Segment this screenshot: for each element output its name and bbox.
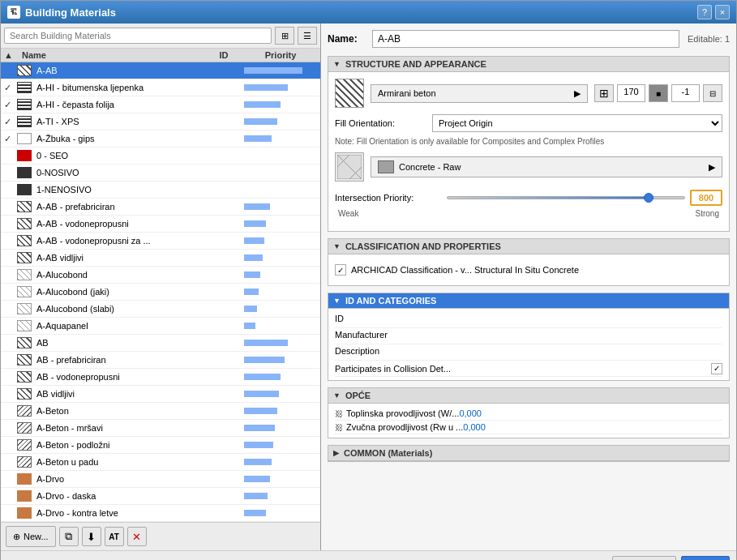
main-content: ⊞ ☰ ▲ Name ID Priority A-AB [1,24,736,550]
link-icon-sound: ⛓ [335,423,343,432]
item-name: A-Alucobond (jaki) [36,287,204,297]
texture-number-2[interactable]: -1 [671,84,700,102]
list-item[interactable]: A-AB [1,62,320,79]
opce-collapse-icon: ▼ [333,391,341,400]
help-button[interactable]: ? [697,5,712,19]
editable-label: Editable: 1 [688,34,730,44]
layer-arrow: ▶ [574,88,581,99]
check-icon: ✓ [4,83,17,93]
material-icon [17,455,35,468]
name-input[interactable] [372,30,679,48]
priority-bar [244,118,317,125]
delete-button[interactable]: ✕ [127,527,147,546]
common-section: ▶ COMMON (Materials) [328,445,730,462]
material-icon [17,489,35,502]
slider-labels: Weak Strong [335,209,722,218]
list-item[interactable]: A-Aquapanel [1,318,320,335]
list-view-button[interactable]: ☰ [298,27,317,45]
list-item[interactable]: A-Beton [1,403,320,420]
priority-bar [244,323,317,329]
list-item[interactable]: A-AB - vodonepropusni [1,216,320,233]
list-item[interactable]: A-Beton - mršavi [1,420,320,437]
concrete-icon [335,152,364,182]
import-button[interactable]: ⬇ [82,527,101,546]
list-item[interactable]: A-Drvo - kontra letve [1,505,320,522]
priority-bar [244,84,317,91]
list-item[interactable]: ✓ A-TI - XPS [1,113,320,130]
list-item[interactable]: AB vidljivi [1,386,320,403]
common-section-header[interactable]: ▶ COMMON (Materials) [328,446,729,461]
close-button[interactable]: × [715,5,730,19]
list-item[interactable]: ✓ A-HI - bitumenska ljepenka [1,79,320,96]
priority-bar [244,101,317,108]
layer-button[interactable]: Armirani beton ▶ [371,84,588,103]
new-button[interactable]: ⊕ New... [6,526,56,547]
list-item[interactable]: A-Alucobond [1,267,320,284]
texture-number-1[interactable]: 170 [617,84,645,102]
material-icon [17,251,35,264]
cancel-button[interactable]: Cancel [612,556,676,560]
strong-label: Strong [696,209,719,218]
slider-value[interactable]: 800 [690,190,722,206]
ok-button[interactable]: OK [681,556,730,560]
priority-slider[interactable] [447,196,685,199]
classification-content: ✓ ARCHICAD Classification - v... Structu… [328,254,729,285]
material-icon [17,115,35,128]
classif-checkbox[interactable]: ✓ [335,264,346,276]
list-item[interactable]: AB - prefabriciran [1,352,320,369]
list-item[interactable]: A-Drvo - daska [1,488,320,505]
list-item[interactable]: A-Beton u padu [1,454,320,471]
priority-bar [244,152,317,159]
list-item[interactable]: A-AB vidljivi [1,250,320,267]
collision-checkbox[interactable]: ✓ [711,363,722,374]
list-item[interactable]: A-Drvo [1,471,320,488]
texture-solid-icon[interactable]: ■ [649,84,668,102]
list-item[interactable]: ✓ A-HI - čepasta folija [1,96,320,113]
classif-text: ARCHICAD Classification - v... Structura… [351,265,579,275]
list-item[interactable]: A-AB - vodonepropusni za ... [1,233,320,250]
structure-collapse-icon: ▼ [333,60,341,68]
classification-section-header[interactable]: ▼ CLASSIFICATION AND PROPERTIES [328,239,729,254]
grid-view-button[interactable]: ⊞ [275,27,294,45]
list-item[interactable]: 1-NENOSIVO [1,182,320,199]
item-name: AB [36,338,204,348]
item-name: A-Alucobond [36,270,204,280]
priority-bar [244,254,317,261]
id-categories-header[interactable]: ▼ ID AND CATEGORIES [328,293,729,309]
list-item[interactable]: A-Beton - podložni [1,437,320,454]
fill-orientation-select[interactable]: Project Origin [432,114,722,132]
material-icon [17,98,35,111]
material-icon [17,370,35,383]
opce-content: ⛓ Toplinska provodljivost (W/... 0,000 ⛓… [328,404,729,438]
opce-header[interactable]: ▼ OPĆE [328,388,729,404]
layer-row: Armirani beton ▶ ⊞ 170 ■ -1 ⊟ [335,79,722,108]
material-icon [17,64,35,77]
bottom-toolbar: ⊕ New... ⧉ ⬇ AT ✕ [1,522,320,550]
note-text: Note: Fill Orientation is only available… [335,137,722,146]
opce-title: OPĆE [345,391,371,400]
sort-arrow: ▲ [4,50,22,60]
list-item[interactable]: ✓ A-Žbuka - gips [1,130,320,147]
priority-bar [244,237,317,244]
rename-button[interactable]: AT [105,527,124,546]
texture-pattern-icon[interactable]: ⊞ [594,84,614,102]
list-item[interactable]: 0 - SEO [1,147,320,165]
material-icon [17,183,35,196]
list-item[interactable]: A-Alucobond (slabi) [1,301,320,318]
duplicate-button[interactable]: ⧉ [59,527,79,546]
list-item[interactable]: 0-NOSIVO [1,165,320,182]
list-item[interactable]: AB [1,335,320,352]
list-item[interactable]: A-Alucobond (jaki) [1,284,320,301]
fill-orientation-row: Fill Orientation: Project Origin [335,114,722,132]
id-categories-title: ID AND CATEGORIES [345,296,436,306]
common-title: COMMON (Materials) [344,448,432,458]
texture-display-icon[interactable]: ⊟ [703,84,722,102]
classif-row: ✓ ARCHICAD Classification - v... Structu… [335,261,722,279]
structure-section-header[interactable]: ▼ STRUCTURE AND APPEARANCE [328,57,729,72]
search-input[interactable] [4,28,272,44]
material-icon [17,472,35,485]
concrete-button[interactable]: Concrete - Raw ▶ [371,156,722,177]
list-item[interactable]: AB - vodonepropusni [1,369,320,386]
sound-row: ⛓ Zvučna provodljivost (Rw u ... 0,000 [335,421,722,434]
list-item[interactable]: A-AB - prefabriciran [1,199,320,216]
